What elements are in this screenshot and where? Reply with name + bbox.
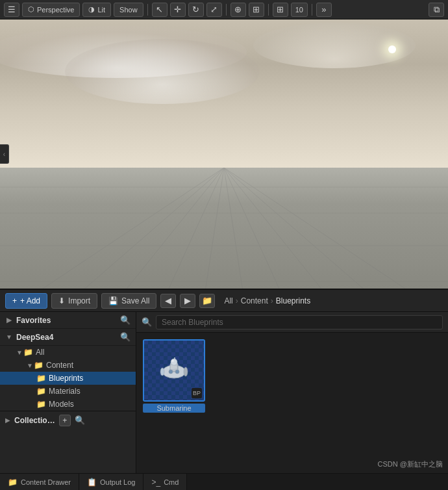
move-button[interactable]: ✛ [170, 3, 186, 17]
output-log-label: Output Log [100, 478, 135, 486]
snap-button[interactable]: ⊞ [249, 3, 264, 17]
all-label: All [36, 348, 44, 357]
add-label: + Add [20, 296, 40, 305]
svg-line-7 [224, 168, 344, 289]
import-icon: ⬇ [58, 296, 65, 305]
tree-item-models[interactable]: 📁 Models [0, 398, 136, 411]
toolbar-separator-3 [268, 4, 269, 16]
content-label: Content [46, 361, 73, 370]
cursor-button[interactable]: ↖ [152, 3, 168, 17]
bottom-tabs: 📁 Content Drawer 📋 Output Log >_ Cmd [0, 473, 448, 490]
collection-expand-icon[interactable]: ▶ [5, 417, 10, 424]
breadcrumb-content[interactable]: Content [241, 296, 268, 305]
svg-point-21 [175, 370, 179, 374]
asset-thumbnail-submarine: BP [143, 339, 205, 402]
svg-point-18 [184, 367, 188, 376]
more-button[interactable]: » [316, 3, 332, 17]
content-folder-icon: 📁 [34, 361, 44, 370]
action-bar: + + Add ⬇ Import 💾 Save All ◀ ▶ 📁 All › … [0, 290, 448, 312]
collections-label: Collectio… [14, 416, 55, 425]
deepsea-header[interactable]: ▼ DeepSea4 🔍 [0, 329, 136, 346]
collection-bar: ▶ Collectio… + 🔍 [0, 411, 136, 429]
svg-point-19 [160, 368, 164, 376]
breadcrumb-all[interactable]: All [224, 296, 232, 305]
asset-grid: BP Submarine [136, 333, 448, 476]
svg-line-9 [224, 168, 448, 289]
cube-icon: ⬡ [28, 5, 34, 14]
search-input[interactable] [156, 315, 443, 329]
tree-item-content[interactable]: ▼ 📁 Content [0, 359, 136, 372]
breadcrumb: All › Content › Blueprints [224, 296, 310, 305]
svg-line-4 [201, 168, 224, 289]
all-folder-icon: 📁 [23, 348, 33, 357]
favorites-label: Favorites [16, 316, 51, 325]
models-label: Models [49, 400, 74, 409]
tree-item-all[interactable]: ▼ 📁 All [0, 346, 136, 359]
watermark: CSDN @新缸中之脑 [378, 459, 443, 469]
cmd-tab[interactable]: >_ Cmd [143, 474, 187, 490]
scale-button[interactable]: ⤢ [206, 3, 222, 17]
svg-point-22 [167, 365, 177, 369]
cloud-2 [65, 39, 260, 104]
content-drawer-icon: 📁 [8, 478, 18, 487]
watermark-text: CSDN @新缸中之脑 [378, 460, 443, 468]
toolbar-separator-4 [312, 4, 312, 16]
perspective-button[interactable]: ⬡ Perspective [22, 3, 80, 17]
output-log-tab[interactable]: 📋 Output Log [79, 474, 143, 490]
breadcrumb-sep-1: › [236, 296, 238, 305]
tree-item-blueprints[interactable]: 📁 Blueprints [0, 372, 136, 385]
nav-back-button[interactable]: ◀ [160, 294, 176, 308]
svg-line-6 [224, 168, 292, 289]
deepsea-label: DeepSea4 [16, 333, 53, 342]
rotate-button[interactable]: ↻ [188, 3, 204, 17]
hamburger-menu-button[interactable]: ☰ [4, 3, 19, 17]
favorites-header[interactable]: ▶ Favorites 🔍 [0, 312, 136, 329]
materials-label: Materials [49, 387, 81, 396]
collection-add-button[interactable]: + [59, 415, 71, 426]
blueprint-corner-icon: BP [192, 388, 202, 398]
cmd-label: Cmd [164, 478, 179, 486]
folder-button[interactable]: 📁 [199, 294, 215, 308]
plus-icon: + [12, 296, 17, 305]
viewport-3d[interactable]: ‹ [0, 19, 448, 289]
nav-forward-button[interactable]: ▶ [180, 294, 195, 308]
import-button[interactable]: ⬇ Import [51, 293, 97, 309]
maximize-button[interactable]: ⧉ [429, 3, 444, 17]
sun [388, 45, 396, 53]
lit-label: Lit [97, 6, 105, 14]
lit-button[interactable]: ◑ Lit [82, 3, 111, 17]
svg-line-5 [224, 168, 247, 289]
save-all-button[interactable]: 💾 Save All [101, 293, 156, 309]
content-drawer-tab[interactable]: 📁 Content Drawer [0, 474, 79, 490]
show-label: Show [119, 6, 138, 14]
favorites-expand-icon: ▶ [5, 316, 13, 324]
materials-folder-icon: 📁 [36, 387, 46, 396]
asset-item-submarine[interactable]: BP Submarine [142, 338, 206, 414]
save-icon: 💾 [108, 296, 118, 305]
svg-point-20 [169, 370, 173, 374]
sidebar: ▶ Favorites 🔍 ▼ DeepSea4 🔍 ▼ 📁 All [0, 312, 136, 490]
add-button[interactable]: + + Add [5, 293, 47, 309]
toolbar-separator-1 [147, 4, 148, 16]
panel-collapse-handle[interactable]: ‹ [0, 144, 9, 164]
cmd-icon: >_ [151, 478, 160, 487]
svg-line-0 [0, 168, 224, 289]
deepsea-expand-icon: ▼ [5, 333, 13, 341]
globe-button[interactable]: ⊕ [230, 3, 246, 17]
show-button[interactable]: Show [114, 3, 143, 17]
svg-line-8 [224, 168, 396, 289]
clouds-layer [0, 19, 448, 168]
circle-icon: ◑ [88, 5, 95, 14]
perspective-label: Perspective [37, 6, 74, 14]
breadcrumb-blueprints[interactable]: Blueprints [276, 296, 310, 305]
tree-item-materials[interactable]: 📁 Materials [0, 385, 136, 398]
search-icon: 🔍 [142, 317, 152, 327]
submarine-svg [155, 351, 193, 390]
blueprints-folder-icon: 📁 [36, 374, 46, 383]
svg-line-2 [104, 168, 224, 289]
favorites-search-icon[interactable]: 🔍 [120, 315, 131, 325]
grid-svg [0, 168, 448, 289]
grid-button[interactable]: ⊞ [273, 3, 288, 17]
deepsea-search-icon[interactable]: 🔍 [120, 332, 131, 342]
collection-search-icon[interactable]: 🔍 [75, 415, 85, 425]
